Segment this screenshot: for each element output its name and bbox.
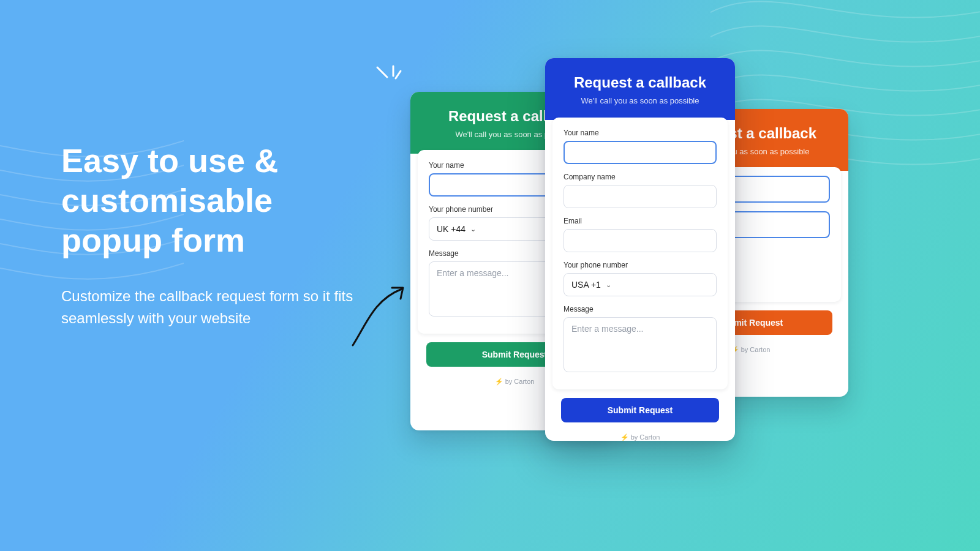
label-company: Company name bbox=[564, 173, 717, 181]
bolt-icon: ⚡ bbox=[620, 433, 629, 441]
bolt-icon: ⚡ bbox=[495, 378, 503, 385]
phone-country-select[interactable]: USA +1 ⌄ bbox=[564, 273, 717, 296]
popup-subtitle: We'll call you as soon as possible bbox=[559, 96, 722, 105]
byline: ⚡ by Carton bbox=[545, 429, 735, 441]
label-phone: Your phone number bbox=[564, 261, 717, 269]
email-input[interactable] bbox=[564, 229, 717, 252]
company-name-input[interactable] bbox=[564, 185, 717, 208]
popup-card-blue: Request a callback We'll call you as soo… bbox=[545, 58, 735, 441]
label-email: Email bbox=[564, 217, 717, 225]
popup-title: Request a callback bbox=[559, 74, 722, 91]
label-your-name: Your name bbox=[564, 129, 717, 137]
phone-selected-value: UK +44 bbox=[437, 224, 466, 234]
chevron-down-icon: ⌄ bbox=[606, 281, 611, 289]
your-name-input[interactable] bbox=[564, 141, 717, 164]
phone-selected-value: USA +1 bbox=[571, 280, 601, 290]
chevron-down-icon: ⌄ bbox=[470, 225, 476, 233]
label-message: Message bbox=[564, 305, 717, 313]
submit-request-button[interactable]: Submit Request bbox=[561, 398, 719, 422]
message-textarea[interactable] bbox=[564, 317, 717, 372]
